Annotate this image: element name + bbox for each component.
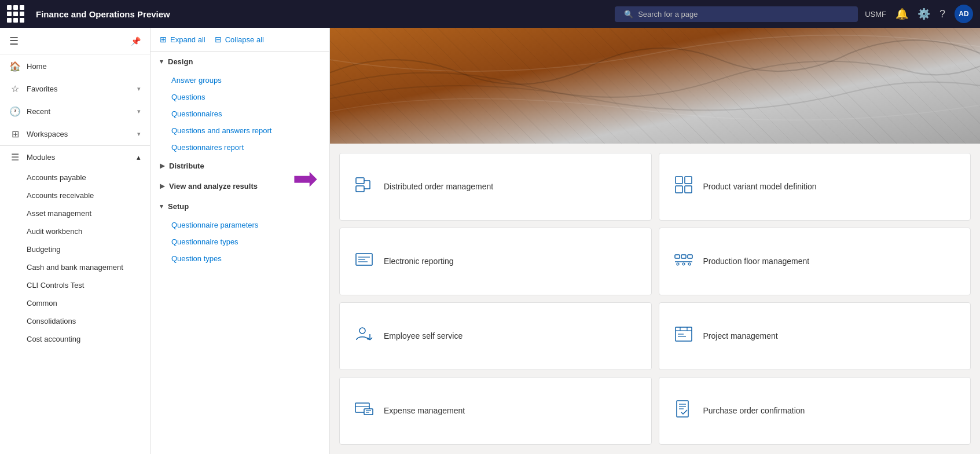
svg-rect-1 <box>356 178 364 184</box>
chevron-right-icon: ▶ <box>160 182 164 190</box>
workspaces-icon: ⊞ <box>9 129 21 140</box>
recent-icon: 🕐 <box>9 106 21 117</box>
user-avatar[interactable]: AD <box>955 5 973 23</box>
tree-link-questionnaires[interactable]: Questionnaires <box>151 105 329 122</box>
expand-all-button[interactable]: ⊞ Expand all <box>160 35 205 44</box>
svg-point-19 <box>682 263 685 265</box>
tree-group-distribute-label: Distribute <box>169 162 204 170</box>
settings-icon[interactable]: ⚙️ <box>917 8 930 20</box>
svg-rect-0 <box>330 28 980 144</box>
hero-banner <box>330 28 980 144</box>
collapse-all-button[interactable]: ⊟ Collapse all <box>215 35 264 44</box>
sidebar-top-bar: ☰ 📌 <box>0 28 150 55</box>
left-sidebar: ☰ 📌 🏠 Home ☆ Favorites ▾ 🕐 Recent ▾ ⊞ Wo… <box>0 28 151 454</box>
favorites-icon: ☆ <box>9 83 21 94</box>
sidebar-item-modules[interactable]: ☰ Modules ▴ <box>0 146 150 169</box>
module-card-electronic-reporting[interactable]: Electronic reporting <box>339 228 652 295</box>
sidebar-link-cash-bank[interactable]: Cash and bank management <box>0 258 150 276</box>
svg-rect-14 <box>675 255 680 258</box>
global-search[interactable]: 🔍 Search for a page <box>615 6 858 22</box>
svg-rect-2 <box>356 186 364 192</box>
svg-rect-7 <box>685 177 692 184</box>
collapse-all-label: Collapse all <box>225 35 264 44</box>
chevron-down-icon: ▾ <box>137 130 141 138</box>
chevron-right-icon: ▶ <box>160 162 164 170</box>
middle-panel: ⊞ Expand all ⊟ Collapse all ▾ Design Ans… <box>151 28 330 454</box>
sidebar-nav: 🏠 Home ☆ Favorites ▾ 🕐 Recent ▾ ⊞ Worksp… <box>0 55 150 454</box>
product-variant-icon <box>673 174 694 199</box>
module-card-label: Distributed order management <box>384 181 493 193</box>
sidebar-link-asset-management[interactable]: Asset management <box>0 204 150 222</box>
app-grid-icon[interactable] <box>7 5 24 23</box>
module-card-label: Production floor management <box>703 256 810 268</box>
module-card-product-variant[interactable]: Product variant model definition <box>659 153 971 221</box>
panel-toolbar: ⊞ Expand all ⊟ Collapse all <box>151 28 329 52</box>
tree-link-questionnaire-types[interactable]: Questionnaire types <box>151 233 329 250</box>
tree-group-distribute[interactable]: ▶ Distribute <box>151 156 329 176</box>
module-card-label: Product variant model definition <box>703 181 817 193</box>
company-label: USMF <box>865 10 886 19</box>
top-navigation: Finance and Operations Preview 🔍 Search … <box>0 0 980 28</box>
tree-group-design[interactable]: ▾ Design <box>151 52 329 72</box>
tree-link-question-types[interactable]: Question types <box>151 250 329 267</box>
sidebar-link-audit-workbench[interactable]: Audit workbench <box>0 222 150 240</box>
module-card-expense-management[interactable]: Expense management <box>339 377 652 445</box>
collapse-all-icon: ⊟ <box>215 35 222 44</box>
expense-management-icon <box>354 398 375 423</box>
sidebar-link-cost-accounting[interactable]: Cost accounting <box>0 330 150 348</box>
sidebar-link-cli-controls[interactable]: CLI Controls Test <box>0 276 150 294</box>
main-layout: ☰ 📌 🏠 Home ☆ Favorites ▾ 🕐 Recent ▾ ⊞ Wo… <box>0 28 980 454</box>
tree-link-questionnaires-report[interactable]: Questionnaires report <box>151 139 329 156</box>
sidebar-item-home[interactable]: 🏠 Home <box>0 55 150 78</box>
module-card-label: Electronic reporting <box>384 256 454 268</box>
distributed-order-icon <box>354 174 375 199</box>
module-card-label: Purchase order confirmation <box>703 405 805 417</box>
module-card-label: Employee self service <box>384 331 463 342</box>
sidebar-modules-label: Modules <box>27 153 131 162</box>
tree-group-setup-label: Setup <box>168 202 189 211</box>
module-card-label: Expense management <box>384 405 465 417</box>
module-card-purchase-order[interactable]: Purchase order confirmation <box>659 377 971 445</box>
pin-icon[interactable]: 📌 <box>131 36 141 46</box>
notifications-icon[interactable]: 🔔 <box>895 8 908 20</box>
tree-link-questions[interactable]: Questions <box>151 89 329 105</box>
sidebar-item-workspaces[interactable]: ⊞ Workspaces ▾ <box>0 123 150 145</box>
svg-rect-15 <box>681 255 686 258</box>
svg-rect-9 <box>685 186 692 193</box>
module-card-distributed-order[interactable]: Distributed order management <box>339 153 652 221</box>
app-title: Finance and Operations Preview <box>36 9 608 19</box>
svg-point-18 <box>677 263 679 265</box>
svg-rect-33 <box>364 409 373 415</box>
chevron-down-icon: ▾ <box>137 108 141 115</box>
sidebar-link-budgeting[interactable]: Budgeting <box>0 240 150 258</box>
module-card-production-floor[interactable]: Production floor management <box>659 228 971 295</box>
sidebar-link-accounts-receivable[interactable]: Accounts receivable <box>0 186 150 204</box>
tree-link-questionnaire-params[interactable]: Questionnaire parameters <box>151 217 329 233</box>
tree-group-view-analyze[interactable]: ▶ View and analyze results <box>151 176 329 196</box>
purchase-order-icon <box>673 398 694 423</box>
tree-section: ▾ Design Answer groups Questions Questio… <box>151 52 329 454</box>
svg-point-21 <box>359 328 365 334</box>
sidebar-home-label: Home <box>27 62 141 71</box>
chevron-down-icon: ▾ <box>160 203 163 210</box>
hamburger-icon[interactable]: ☰ <box>9 35 19 47</box>
module-card-employee-self-service[interactable]: Employee self service <box>339 302 652 370</box>
top-nav-right: USMF 🔔 ⚙️ ? AD <box>865 5 973 23</box>
svg-rect-8 <box>676 186 682 193</box>
tree-link-questions-answers-report[interactable]: Questions and answers report <box>151 122 329 139</box>
tree-group-setup[interactable]: ▾ Setup <box>151 196 329 217</box>
electronic-reporting-icon <box>354 249 375 274</box>
employee-self-service-icon <box>354 324 375 349</box>
svg-rect-6 <box>676 177 682 184</box>
sidebar-link-accounts-payable[interactable]: Accounts payable <box>0 169 150 186</box>
tree-group-view-label: View and analyze results <box>169 182 258 191</box>
help-icon[interactable]: ? <box>939 8 945 20</box>
modules-section: ☰ Modules ▴ Accounts payable Accounts re… <box>0 145 150 348</box>
sidebar-link-common[interactable]: Common <box>0 294 150 312</box>
sidebar-item-favorites[interactable]: ☆ Favorites ▾ <box>0 78 150 100</box>
sidebar-item-recent[interactable]: 🕐 Recent ▾ <box>0 100 150 123</box>
sidebar-link-consolidations[interactable]: Consolidations <box>0 312 150 330</box>
module-card-project-management[interactable]: Project management <box>659 302 971 370</box>
tree-link-answer-groups[interactable]: Answer groups <box>151 72 329 89</box>
search-placeholder: Search for a page <box>638 10 698 19</box>
